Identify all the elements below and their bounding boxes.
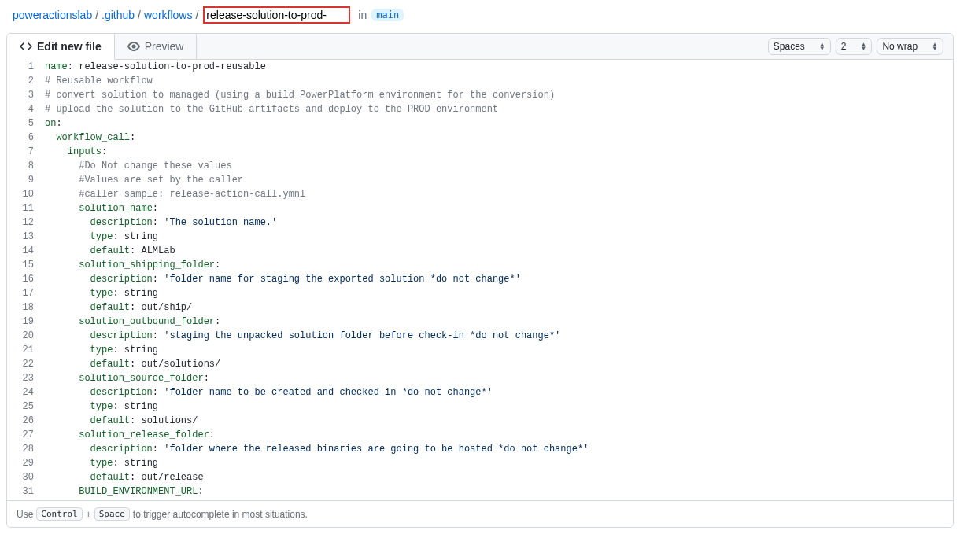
line-number: 5	[7, 116, 45, 131]
code-editor[interactable]: 1name: release-solution-to-prod-reusable…	[7, 60, 953, 500]
footer-suffix: to trigger autocomplete in most situatio…	[133, 509, 308, 520]
code-line[interactable]: 29 type: string	[7, 456, 953, 470]
line-number: 8	[7, 159, 45, 173]
code-line[interactable]: 18 default: out/ship/	[7, 300, 953, 315]
eye-icon	[127, 40, 140, 53]
code-line[interactable]: 20 description: 'staging the unpacked so…	[7, 329, 953, 343]
line-content[interactable]: description: 'The solution name.'	[45, 216, 953, 230]
breadcrumb-separator: /	[138, 9, 141, 21]
code-line[interactable]: 7 inputs:	[7, 145, 953, 159]
line-content[interactable]: on:	[45, 116, 953, 131]
code-line[interactable]: 4# upload the solution to the GitHub art…	[7, 102, 953, 116]
code-line[interactable]: 1name: release-solution-to-prod-reusable	[7, 60, 953, 74]
line-content[interactable]: solution_release_folder:	[45, 428, 953, 442]
line-content[interactable]: description: 'folder name to be created …	[45, 385, 953, 400]
line-content[interactable]: description: 'staging the unpacked solut…	[45, 329, 953, 343]
line-content[interactable]: #caller sample: release-action-call.ymnl	[45, 187, 953, 201]
line-content[interactable]: solution_outbound_folder:	[45, 315, 953, 329]
line-number: 17	[7, 286, 45, 300]
line-content[interactable]: workflow_call:	[45, 131, 953, 145]
indent-size-select[interactable]: 2 ▲▼	[836, 38, 873, 55]
line-content[interactable]: inputs:	[45, 145, 953, 159]
line-number: 13	[7, 230, 45, 244]
code-line[interactable]: 22 default: out/solutions/	[7, 357, 953, 371]
code-line[interactable]: 27 solution_release_folder:	[7, 428, 953, 442]
code-line[interactable]: 28 description: 'folder where the releas…	[7, 442, 953, 456]
line-number: 18	[7, 300, 45, 315]
line-content[interactable]: type: string	[45, 230, 953, 244]
in-label: in	[358, 9, 367, 21]
code-line[interactable]: 13 type: string	[7, 230, 953, 244]
line-content[interactable]: description: 'folder where the released …	[45, 442, 953, 456]
code-line[interactable]: 14 default: ALMLab	[7, 244, 953, 258]
line-number: 2	[7, 74, 45, 88]
line-content[interactable]: solution_name:	[45, 201, 953, 216]
line-content[interactable]: type: string	[45, 286, 953, 300]
line-number: 9	[7, 173, 45, 187]
line-number: 6	[7, 131, 45, 145]
code-line[interactable]: 21 type: string	[7, 343, 953, 357]
filename-input[interactable]	[203, 6, 350, 24]
line-content[interactable]: # Reusable workflow	[45, 74, 953, 88]
line-number: 3	[7, 88, 45, 102]
code-line[interactable]: 32 description: 'Build environment url.'	[7, 499, 953, 500]
code-line[interactable]: 15 solution_shipping_folder:	[7, 258, 953, 272]
line-number: 27	[7, 428, 45, 442]
line-content[interactable]: # upload the solution to the GitHub arti…	[45, 102, 953, 116]
kbd-control: Control	[36, 507, 82, 521]
indent-mode-value: Spaces	[774, 41, 805, 52]
line-content[interactable]: type: string	[45, 400, 953, 414]
breadcrumb-path-workflows[interactable]: workflows	[144, 9, 192, 21]
line-number: 29	[7, 456, 45, 470]
code-line[interactable]: 8 #Do Not change these values	[7, 159, 953, 173]
line-number: 30	[7, 470, 45, 484]
code-line[interactable]: 23 solution_source_folder:	[7, 371, 953, 385]
code-line[interactable]: 31 BUILD_ENVIRONMENT_URL:	[7, 484, 953, 499]
line-content[interactable]: description: 'Build environment url.'	[45, 499, 953, 500]
code-line[interactable]: 10 #caller sample: release-action-call.y…	[7, 187, 953, 201]
code-line[interactable]: 9 #Values are set by the caller	[7, 173, 953, 187]
code-line[interactable]: 16 description: 'folder name for staging…	[7, 272, 953, 286]
code-line[interactable]: 17 type: string	[7, 286, 953, 300]
line-content[interactable]: type: string	[45, 456, 953, 470]
breadcrumb-path-github[interactable]: .github	[102, 9, 135, 21]
line-content[interactable]: default: ALMLab	[45, 244, 953, 258]
code-line[interactable]: 26 default: solutions/	[7, 414, 953, 428]
line-content[interactable]: solution_shipping_folder:	[45, 258, 953, 272]
breadcrumb-repo[interactable]: poweractionslab	[13, 9, 92, 21]
line-content[interactable]: #Values are set by the caller	[45, 173, 953, 187]
code-line[interactable]: 6 workflow_call:	[7, 131, 953, 145]
line-number: 31	[7, 484, 45, 499]
line-content[interactable]: default: solutions/	[45, 414, 953, 428]
line-content[interactable]: type: string	[45, 343, 953, 357]
line-content[interactable]: name: release-solution-to-prod-reusable	[45, 60, 953, 74]
indent-mode-select[interactable]: Spaces ▲▼	[768, 38, 831, 55]
line-content[interactable]: #Do Not change these values	[45, 159, 953, 173]
code-line[interactable]: 25 type: string	[7, 400, 953, 414]
line-content[interactable]: description: 'folder name for staging th…	[45, 272, 953, 286]
code-icon	[20, 40, 32, 53]
code-line[interactable]: 5on:	[7, 116, 953, 131]
code-line[interactable]: 24 description: 'folder name to be creat…	[7, 385, 953, 400]
tab-preview-label: Preview	[145, 40, 184, 53]
line-content[interactable]: default: out/release	[45, 470, 953, 484]
code-line[interactable]: 30 default: out/release	[7, 470, 953, 484]
line-content[interactable]: BUILD_ENVIRONMENT_URL:	[45, 484, 953, 499]
code-line[interactable]: 3# convert solution to managed (using a …	[7, 88, 953, 102]
tab-preview[interactable]: Preview	[115, 34, 198, 59]
code-line[interactable]: 2# Reusable workflow	[7, 74, 953, 88]
editor-box: Edit new file Preview Spaces ▲▼ 2 ▲▼ No …	[6, 33, 954, 528]
line-content[interactable]: default: out/ship/	[45, 300, 953, 315]
code-line[interactable]: 12 description: 'The solution name.'	[7, 216, 953, 230]
branch-badge[interactable]: main	[371, 9, 404, 21]
line-content[interactable]: # convert solution to managed (using a b…	[45, 88, 953, 102]
line-number: 16	[7, 272, 45, 286]
line-content[interactable]: default: out/solutions/	[45, 357, 953, 371]
code-line[interactable]: 19 solution_outbound_folder:	[7, 315, 953, 329]
kbd-space: Space	[94, 507, 130, 521]
line-content[interactable]: solution_source_folder:	[45, 371, 953, 385]
tab-edit[interactable]: Edit new file	[7, 34, 115, 60]
select-arrows-icon: ▲▼	[932, 42, 938, 50]
code-line[interactable]: 11 solution_name:	[7, 201, 953, 216]
wrap-mode-select[interactable]: No wrap ▲▼	[877, 38, 943, 55]
